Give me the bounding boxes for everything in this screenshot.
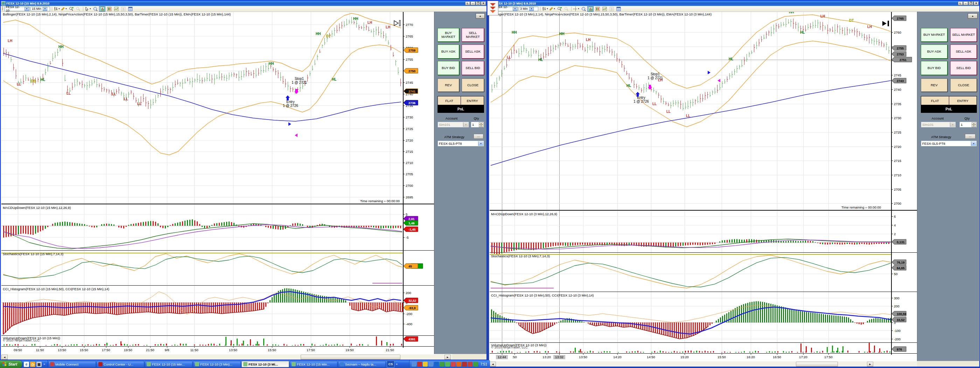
quick-launch-overflow[interactable]: » bbox=[43, 362, 46, 366]
rev-button[interactable]: REV bbox=[438, 78, 459, 92]
buy-market-button[interactable]: BUY MARKET bbox=[438, 28, 459, 42]
tray-icon[interactable] bbox=[434, 362, 439, 366]
collapse-panel-button[interactable]: ▲ bbox=[968, 13, 978, 19]
link-window-button[interactable]: L bbox=[958, 2, 963, 5]
properties-button[interactable] bbox=[127, 6, 134, 11]
buy-bid-button[interactable]: BUY BID bbox=[438, 61, 459, 75]
taskbar-button[interactable]: Control Center - U... bbox=[97, 361, 144, 367]
collapse-panel-button[interactable]: ▲ bbox=[476, 13, 485, 19]
properties-button[interactable] bbox=[615, 6, 622, 11]
chart-hscrollbar[interactable]: ◄ ► bbox=[2, 354, 452, 360]
link-window-button[interactable]: L bbox=[465, 2, 470, 5]
line-chart-button[interactable] bbox=[601, 6, 608, 11]
interval-select[interactable]: 15 Min▼ bbox=[30, 6, 50, 11]
line-chart-button[interactable] bbox=[113, 6, 119, 11]
clock-app-icon[interactable]: ◷ bbox=[30, 362, 35, 367]
close-button[interactable]: ✕ bbox=[974, 2, 978, 5]
close-button[interactable]: ✕ bbox=[481, 2, 486, 5]
window-titlebar[interactable]: FESX 12-10 (15 Min) 8.9.2010 L – ❐ ✕ bbox=[1, 1, 487, 6]
tray-collapse[interactable]: « bbox=[395, 362, 398, 366]
restore-button[interactable]: ❐ bbox=[476, 2, 480, 5]
bar-style-button[interactable]: ▼ bbox=[54, 6, 60, 11]
chart-trader-toggle[interactable] bbox=[99, 6, 105, 11]
tray-icon[interactable] bbox=[417, 362, 422, 366]
crosshair-tool-button[interactable]: ▼ bbox=[573, 6, 580, 11]
draw-tools-button[interactable]: ▼ bbox=[61, 6, 67, 11]
sell-market-button[interactable]: SELL MARKET bbox=[950, 28, 977, 42]
chart-hscrollbar[interactable]: ◄ ► bbox=[490, 361, 917, 366]
sell-bid-button[interactable]: SELL BID bbox=[461, 61, 484, 75]
taskbar-button[interactable]: Mobile Connect bbox=[48, 361, 96, 367]
atm-options-button[interactable]: ... bbox=[474, 134, 484, 139]
draw-tools-button[interactable]: ▼ bbox=[549, 6, 555, 11]
zoom-out-button[interactable] bbox=[563, 6, 570, 11]
data-box-button[interactable] bbox=[92, 6, 99, 11]
chart-canvas-15min[interactable]: LHLLDBHLHHLLLLLLLLHHHLHHDTHHLHLHStop11 @… bbox=[2, 1, 435, 354]
stepper-arrows-icon[interactable]: ▲▼ bbox=[972, 122, 976, 127]
account-select[interactable]: Sim101▼ bbox=[921, 122, 956, 128]
atm-options-button[interactable]: ... bbox=[965, 134, 975, 139]
cursor-tool-button[interactable]: ▼ bbox=[85, 6, 91, 11]
market-analyzer-button[interactable] bbox=[106, 6, 112, 11]
market-analyzer-button[interactable] bbox=[594, 6, 601, 11]
scroll-left-button[interactable]: ◄ bbox=[2, 355, 8, 360]
scroll-right-button[interactable]: ► bbox=[444, 355, 451, 360]
tray-icon[interactable] bbox=[428, 362, 433, 366]
minimize-button[interactable]: – bbox=[470, 2, 475, 5]
entry-button[interactable]: ENTRY bbox=[949, 96, 977, 105]
window-titlebar[interactable]: FESX 12-10 (3 Min) 8.9.2010 L – ❐ ✕ bbox=[489, 1, 979, 6]
close-button[interactable]: CLOSE bbox=[461, 78, 484, 92]
interval-select[interactable]: 3 Min▼ bbox=[519, 6, 538, 11]
scrollbar-thumb[interactable] bbox=[796, 362, 838, 366]
buy-market-button[interactable]: BUY MARKET bbox=[921, 28, 947, 42]
tray-icon[interactable] bbox=[451, 362, 456, 366]
close-button[interactable]: CLOSE bbox=[950, 78, 977, 92]
ie-icon[interactable]: e bbox=[24, 362, 29, 367]
buy-ask-button[interactable]: BUY ASK bbox=[921, 45, 947, 59]
tray-icon[interactable] bbox=[457, 362, 461, 366]
minimize-button[interactable]: – bbox=[963, 2, 968, 5]
scrollbar-thumb[interactable] bbox=[301, 355, 400, 360]
scroll-right-button[interactable]: ► bbox=[867, 362, 873, 366]
data-box-button[interactable] bbox=[580, 6, 587, 11]
taskbar-button[interactable]: FESX 12-10 (3 Min)... bbox=[193, 361, 241, 367]
tray-icon[interactable] bbox=[462, 362, 467, 366]
chart-canvas-3min[interactable]: HHLLHLHHLHHLLHLLLLLLHLHHHLLHDTLHStop11 @… bbox=[490, 1, 918, 361]
buy-bid-button[interactable]: BUY BID bbox=[921, 61, 947, 75]
sell-ask-button[interactable]: SELL ASK bbox=[950, 45, 977, 59]
entry-button[interactable]: ENTRY bbox=[461, 96, 484, 105]
stepper-arrows-icon[interactable]: ▲▼ bbox=[479, 122, 484, 127]
zoom-out-button[interactable] bbox=[75, 6, 81, 11]
taskbar-button[interactable]: FESX 12-10 (15 Min... bbox=[290, 361, 337, 367]
account-select[interactable]: Sim101▼ bbox=[438, 122, 469, 128]
buy-ask-button[interactable]: BUY ASK bbox=[438, 45, 459, 59]
tray-icon[interactable] bbox=[473, 362, 478, 366]
account-data-button[interactable]: $ bbox=[120, 6, 126, 11]
atm-strategy-select[interactable]: FESX-SL5-PT8▼ bbox=[921, 141, 977, 147]
instrument-select[interactable]: FESX 12-10▼ bbox=[5, 6, 30, 11]
restore-button[interactable]: ❐ bbox=[969, 2, 974, 5]
flat-button[interactable]: FLAT bbox=[438, 96, 461, 105]
qty-stepper[interactable]: 1▲▼ bbox=[959, 122, 977, 128]
account-data-button[interactable]: $ bbox=[608, 6, 615, 11]
atm-strategy-select[interactable]: FESX-SL5-PT8▼ bbox=[438, 141, 484, 147]
language-indicator[interactable]: CS bbox=[387, 361, 395, 368]
chart-trader-toggle[interactable] bbox=[587, 6, 593, 11]
bar-style-button[interactable]: ▼ bbox=[542, 6, 549, 11]
scroll-left-button[interactable]: ◄ bbox=[490, 362, 496, 366]
rev-button[interactable]: REV bbox=[921, 78, 947, 92]
sell-ask-button[interactable]: SELL ASK bbox=[461, 45, 484, 59]
zoom-in-button[interactable] bbox=[68, 6, 74, 11]
sell-market-button[interactable]: SELL MARKET bbox=[461, 28, 484, 42]
taskbar-button[interactable]: Seznam – Najdu ta... bbox=[338, 361, 386, 367]
taskbar-button[interactable]: FESX 12-10 (3 Mi... bbox=[242, 361, 289, 367]
tray-icon[interactable] bbox=[445, 362, 450, 366]
tray-icon[interactable] bbox=[468, 362, 473, 366]
sell-bid-button[interactable]: SELL BID bbox=[950, 61, 977, 75]
toolbar-grip[interactable] bbox=[2, 6, 3, 11]
taskbar-button[interactable]: FESX 12-10 (15 Min... bbox=[145, 361, 192, 367]
tray-icon[interactable] bbox=[440, 362, 444, 366]
zoom-in-button[interactable] bbox=[556, 6, 562, 11]
start-button[interactable]: Start bbox=[0, 360, 22, 368]
tray-icon[interactable] bbox=[412, 362, 417, 366]
